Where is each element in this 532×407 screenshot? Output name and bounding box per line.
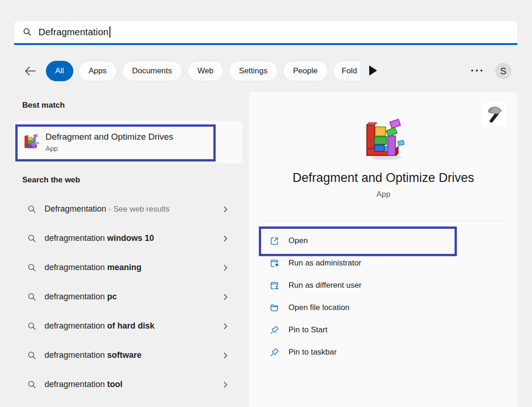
search-icon <box>27 204 37 214</box>
tab-label: All <box>55 66 64 76</box>
defrag-app-icon <box>23 134 39 150</box>
action-label: Pin to Start <box>288 325 327 335</box>
pin-icon <box>269 325 280 336</box>
action-run-as-administrator[interactable]: Run as administrator <box>249 252 518 274</box>
action-label: Run as administrator <box>288 258 361 268</box>
defrag-app-icon-large <box>361 118 406 162</box>
search-icon <box>27 380 37 390</box>
search-bar[interactable]: Defragmentation <box>14 20 518 43</box>
action-label: Open file location <box>288 303 349 312</box>
suggestion-row[interactable]: defragmentation tool <box>15 370 242 399</box>
tab-label: Documents <box>132 66 172 76</box>
search-the-web-heading: Search the web <box>22 175 80 185</box>
search-icon <box>27 350 37 361</box>
suggestion-row[interactable]: defragmentation pc <box>15 282 242 311</box>
text-caret <box>109 26 110 38</box>
tab-folders-clipped[interactable]: Fold <box>333 61 360 81</box>
tab-apps[interactable]: Apps <box>78 61 117 81</box>
tab-label: Web <box>198 66 214 76</box>
search-icon <box>22 27 32 37</box>
tab-documents[interactable]: Documents <box>122 61 182 81</box>
suggestion-row[interactable]: defragmentation software <box>15 341 242 370</box>
tab-label: People <box>293 66 318 76</box>
search-icon <box>27 233 37 244</box>
more-options-button[interactable] <box>471 70 482 71</box>
open-external-icon <box>269 236 280 246</box>
tab-settings[interactable]: Settings <box>229 61 277 81</box>
tab-label: Settings <box>239 66 267 76</box>
action-run-as-different-user[interactable]: Run as different user <box>249 274 518 297</box>
search-icon <box>27 292 37 302</box>
chevron-right-icon <box>224 294 228 300</box>
best-match-item[interactable]: Defragment and Optimize Drives App <box>15 121 242 163</box>
chevron-right-icon <box>224 265 228 271</box>
chevron-right-icon <box>224 352 228 359</box>
user-avatar[interactable]: S <box>495 63 511 79</box>
filter-pills: All Apps Documents Web Settings People F… <box>46 60 360 81</box>
best-match-heading: Best match <box>22 101 65 110</box>
suggestion-row[interactable]: defragmentation of hard disk <box>15 311 242 341</box>
chevron-right-icon <box>224 235 228 242</box>
tab-label: Fold <box>342 66 357 76</box>
action-label: Open <box>288 236 308 245</box>
action-pin-to-taskbar[interactable]: Pin to taskbar <box>249 341 518 363</box>
action-label: Run as different user <box>288 281 362 290</box>
chevron-right-icon <box>224 323 228 329</box>
pin-icon <box>269 347 280 358</box>
divider <box>260 221 506 221</box>
tab-label: Apps <box>89 66 107 76</box>
back-icon <box>24 65 37 77</box>
preview-panel: Defragment and Optimize Drives App Open … <box>249 92 518 407</box>
suggestion-row[interactable]: Defragmentation - See web results <box>15 194 242 224</box>
web-suggestions-list: Defragmentation - See web results defrag… <box>15 194 242 399</box>
search-icon <box>27 321 37 331</box>
search-input[interactable]: Defragmentation <box>38 27 109 38</box>
action-label: Pin to taskbar <box>288 348 337 357</box>
action-open-file-location[interactable]: Open file location <box>249 297 518 319</box>
action-open[interactable]: Open <box>249 230 518 252</box>
best-match-card: Defragment and Optimize Drives App <box>15 121 242 163</box>
search-icon <box>27 263 37 273</box>
tab-all[interactable]: All <box>46 61 73 81</box>
back-button[interactable] <box>23 65 37 78</box>
chevron-right-icon <box>224 381 228 388</box>
best-match-title: Defragment and Optimize Drives <box>45 132 173 142</box>
hammer-cursor-icon <box>482 102 506 126</box>
app-title: Defragment and Optimize Drives <box>249 171 518 185</box>
suggestion-row[interactable]: defragmentation meaning <box>15 253 242 282</box>
tab-people[interactable]: People <box>283 61 328 81</box>
action-list: Open Run as administrator Run as differe… <box>249 230 518 363</box>
chevron-right-icon <box>224 206 228 213</box>
folder-icon <box>269 303 280 313</box>
action-pin-to-start[interactable]: Pin to Start <box>249 319 518 341</box>
run-user-icon <box>269 280 280 291</box>
app-subtitle: App <box>249 190 518 199</box>
tab-web[interactable]: Web <box>187 61 224 81</box>
avatar-initial: S <box>500 66 506 77</box>
search-underline <box>14 43 518 45</box>
run-admin-icon <box>269 258 280 269</box>
filter-row: All Apps Documents Web Settings People F… <box>0 60 532 82</box>
expand-filters-icon[interactable] <box>369 65 377 76</box>
suggestion-row[interactable]: defragmentation windows 10 <box>15 224 242 253</box>
best-match-subtitle: App <box>45 144 173 152</box>
